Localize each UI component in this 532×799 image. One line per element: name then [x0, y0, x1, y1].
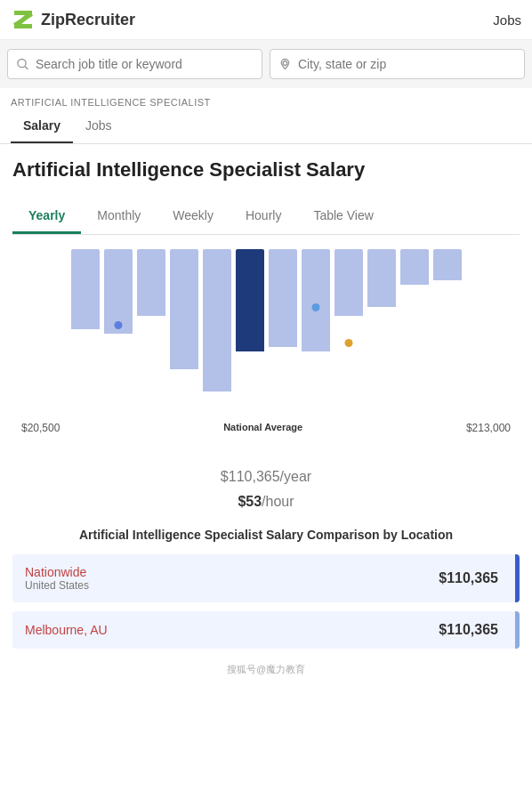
salary-display: $110,365/year [12, 454, 520, 488]
bar-rect-9 [367, 249, 396, 307]
chart-min-label: $20,500 [21, 422, 60, 434]
svg-rect-2 [14, 11, 32, 14]
chart-bar-0 [71, 249, 100, 418]
nav-tab-jobs[interactable]: Jobs [73, 109, 125, 143]
chart-bar-1 [104, 249, 133, 418]
nav-tab-salary[interactable]: Salary [11, 109, 73, 143]
comparison-title: Artificial Intelligence Specialist Salar… [12, 528, 520, 542]
comparison-item-nationwide: Nationwide United States $110,365 [12, 554, 520, 602]
comparison-loc-nationwide: Nationwide United States [25, 565, 89, 592]
comparison-nationwide-name: Nationwide [25, 565, 89, 579]
chart-bar-8 [335, 249, 363, 418]
comparison-nationwide-sub: United States [25, 579, 89, 592]
bar-dot-1 [114, 321, 122, 329]
location-icon [279, 58, 291, 70]
chart-bar-4 [203, 249, 231, 418]
location-search-wrap [270, 49, 525, 79]
breadcrumb: ARTIFICIAL INTELLIGENCE SPECIALIST [0, 88, 532, 109]
bar-rect-4 [203, 249, 231, 391]
chart-bar-2 [137, 249, 165, 418]
period-tabs: Yearly Monthly Weekly Hourly Table View [12, 199, 520, 235]
comparison-loc-melbourne: Melbourne, AU [25, 623, 108, 637]
bar-rect-0 [71, 249, 100, 329]
chart-bar-7 [302, 249, 330, 418]
watermark: 搜狐号@魔力教育 [12, 663, 520, 685]
comparison-melbourne-name: Melbourne, AU [25, 623, 108, 637]
period-tab-tableview[interactable]: Table View [297, 199, 389, 234]
jobs-link[interactable]: Jobs [493, 12, 521, 28]
svg-line-6 [25, 67, 28, 69]
search-bar [0, 40, 532, 88]
bar-rect-11 [433, 249, 462, 280]
salary-hourly-display: $53/hour [12, 494, 520, 510]
logo: ZipRecruiter [11, 7, 135, 32]
chart-bar-10 [400, 249, 429, 418]
comparison-melbourne-amount: $110,365 [439, 622, 498, 638]
page-title: Artificial Intelligence Specialist Salar… [12, 158, 520, 182]
keyword-search-input[interactable] [36, 57, 253, 71]
bar-rect-10 [400, 249, 429, 285]
bar-rect-3 [170, 249, 198, 369]
salary-yearly-amount: $110,365/year [221, 454, 311, 488]
chart-bar-11 [433, 249, 462, 418]
period-tab-monthly[interactable]: Monthly [81, 199, 157, 234]
comparison-nationwide-amount: $110,365 [439, 570, 498, 586]
bar-rect-2 [137, 249, 165, 316]
chart-bar-3 [170, 249, 198, 418]
period-tab-yearly[interactable]: Yearly [12, 199, 81, 234]
keyword-search-wrap [7, 49, 262, 79]
content: Artificial Intelligence Specialist Salar… [0, 144, 532, 699]
chart-bar-9 [367, 249, 396, 418]
comparison-item-melbourne: Melbourne, AU $110,365 [12, 611, 520, 649]
bar-rect-5 [236, 249, 264, 351]
bar-dot-8 [344, 339, 352, 347]
chart-max-label: $213,000 [466, 422, 511, 434]
bar-rect-6 [269, 249, 297, 347]
chart-bar-6 [269, 249, 297, 418]
period-tab-weekly[interactable]: Weekly [157, 199, 230, 234]
svg-point-7 [283, 61, 287, 66]
bar-rect-8 [335, 249, 363, 316]
search-icon [17, 58, 28, 70]
location-search-input[interactable] [298, 57, 515, 71]
header: ZipRecruiter Jobs [0, 0, 532, 40]
period-tab-hourly[interactable]: Hourly [230, 199, 297, 234]
chart-center-label: National Average [223, 422, 302, 432]
ziprecruiter-logo-icon [11, 7, 36, 32]
bar-rect-7 [302, 249, 330, 351]
bar-dot-7 [311, 303, 319, 311]
chart-bar-5 [236, 249, 264, 418]
nav-tabs: Salary Jobs [0, 109, 532, 144]
logo-text: ZipRecruiter [41, 11, 135, 29]
salary-chart: $20,500 National Average $213,000 [12, 249, 520, 445]
svg-rect-3 [14, 25, 32, 28]
chart-bars [12, 249, 520, 418]
chart-axis-labels: $20,500 National Average $213,000 [12, 418, 520, 434]
